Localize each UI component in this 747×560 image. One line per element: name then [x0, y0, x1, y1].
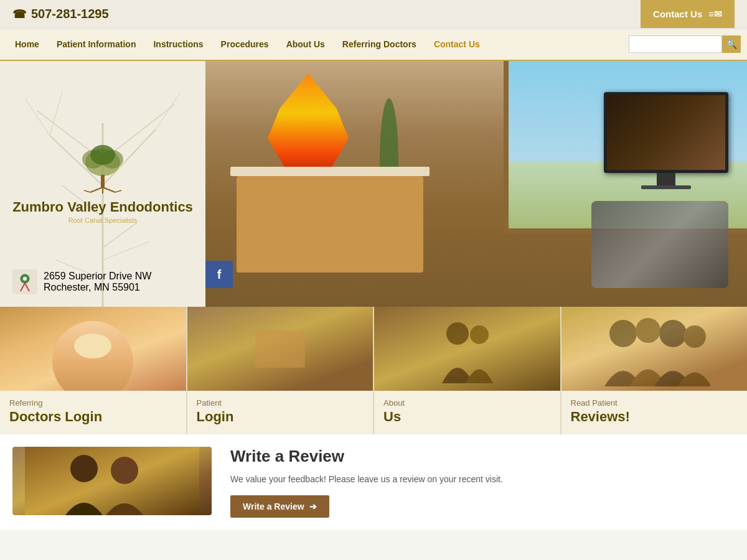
svg-point-28 [636, 318, 660, 343]
contact-us-top[interactable]: Contact Us ≡✉ [641, 0, 735, 28]
svg-point-27 [609, 320, 637, 347]
logo-area: Zumbro Valley Endodontics Root Canal Spe… [12, 144, 193, 224]
contact-top-label: Contact Us [653, 9, 702, 19]
logo-sub: Root Canal Specialists [12, 217, 193, 224]
write-review-button[interactable]: Write a Review ➔ [230, 495, 329, 518]
svg-point-24 [23, 277, 27, 281]
card-image-reviews [561, 307, 748, 391]
search-area: 🔍 [629, 35, 741, 53]
logo-tree-icon [78, 144, 128, 194]
hero-left-panel: Zumbro Valley Endodontics Root Canal Spe… [0, 61, 205, 307]
card-title-3: Us [383, 409, 551, 425]
map-icon [12, 269, 37, 294]
svg-point-26 [470, 325, 489, 344]
card-subtitle-1: Referring [9, 398, 177, 408]
svg-point-30 [684, 325, 706, 348]
bottom-section: Write a Review We value your feedback! P… [0, 434, 747, 530]
dental-equipment [591, 201, 728, 288]
address-text: 2659 Superior Drive NW Rochester, MN 559… [44, 271, 151, 293]
logo-name: Zumbro Valley Endodontics [12, 199, 193, 215]
nav-home[interactable]: Home [6, 28, 48, 60]
nav-bar: Home Patient Information Instructions Pr… [0, 29, 747, 61]
facebook-button[interactable]: f [205, 261, 233, 288]
review-description: We value your feedback! Please leave us … [230, 472, 735, 486]
nav-instructions[interactable]: Instructions [144, 28, 212, 60]
address-line1: 2659 Superior Drive NW [44, 271, 151, 282]
review-title: Write a Review [230, 447, 735, 466]
svg-line-20 [84, 190, 90, 192]
card-body-about: About Us [374, 391, 560, 434]
svg-point-15 [90, 145, 115, 165]
card-title-1: Doctors Login [9, 409, 177, 425]
doctors-photo [12, 447, 212, 515]
card-subtitle-4: Read Patient [571, 398, 738, 408]
review-section: Write a Review We value your feedback! P… [230, 447, 735, 518]
card-title-2: Login [197, 409, 364, 425]
card-body-patient: Patient Login [187, 391, 374, 434]
monitor [604, 92, 728, 189]
address-line2: Rochester, MN 55901 [44, 282, 151, 293]
hero-section: Zumbro Valley Endodontics Root Canal Spe… [0, 61, 747, 307]
address-area: 2659 Superior Drive NW Rochester, MN 559… [12, 269, 151, 294]
office-interior [205, 61, 747, 307]
svg-line-18 [103, 187, 115, 192]
card-about-us[interactable]: About Us [374, 307, 561, 434]
card-title-4: Reviews! [571, 409, 738, 425]
phone-area[interactable]: ☎ 507-281-1295 [12, 7, 109, 21]
nav-contact-us[interactable]: Contact Us [425, 28, 489, 60]
card-referring-doctors[interactable]: Referring Doctors Login [0, 307, 187, 434]
search-input[interactable] [629, 35, 722, 53]
svg-point-32 [70, 455, 98, 482]
cabinet [237, 170, 423, 276]
search-button[interactable]: 🔍 [722, 35, 741, 53]
nav-procedures[interactable]: Procedures [212, 28, 278, 60]
svg-rect-31 [25, 447, 199, 515]
phone-number[interactable]: 507-281-1295 [31, 7, 109, 21]
doctors-image [12, 447, 212, 515]
card-body-reviews: Read Patient Reviews! [561, 391, 748, 434]
nav-about-us[interactable]: About Us [278, 28, 334, 60]
nav-referring-doctors[interactable]: Referring Doctors [334, 28, 425, 60]
top-bar: ☎ 507-281-1295 Contact Us ≡✉ [0, 0, 747, 29]
review-btn-label: Write a Review [243, 502, 304, 511]
svg-line-7 [156, 92, 181, 129]
review-btn-arrow: ➔ [309, 502, 317, 511]
card-body-referring: Referring Doctors Login [0, 391, 186, 434]
hero-image [205, 61, 747, 307]
svg-point-25 [446, 322, 469, 345]
card-reviews[interactable]: Read Patient Reviews! [561, 307, 748, 434]
phone-icon: ☎ [12, 7, 26, 21]
card-subtitle-3: About [383, 398, 551, 408]
svg-line-17 [90, 187, 103, 192]
svg-line-9 [103, 223, 137, 248]
card-image-referring [0, 307, 186, 391]
card-subtitle-2: Patient [197, 398, 364, 408]
artwork [268, 73, 349, 173]
card-image-patient [187, 307, 374, 391]
svg-point-29 [659, 320, 687, 347]
nav-patient-information[interactable]: Patient Information [48, 28, 145, 60]
svg-line-11 [103, 241, 149, 260]
card-image-about [374, 307, 560, 391]
svg-line-6 [50, 92, 62, 136]
svg-rect-16 [101, 175, 105, 187]
cards-section: Referring Doctors Login Patient Login [0, 307, 747, 434]
contact-icon-top: ≡✉ [708, 9, 722, 20]
card-patient-login[interactable]: Patient Login [187, 307, 375, 434]
svg-line-21 [115, 190, 121, 192]
svg-point-33 [111, 457, 138, 484]
